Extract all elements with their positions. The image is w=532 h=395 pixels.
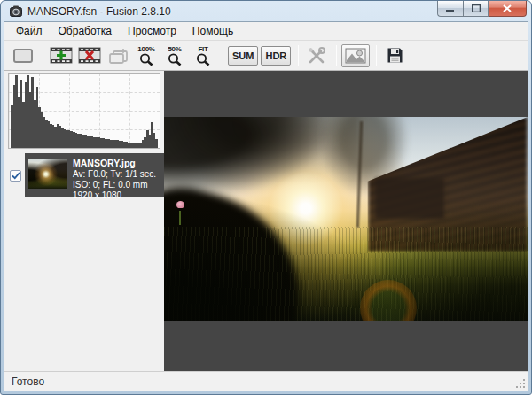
image-exposure: Av: F0.0; Tv: 1/1 sec.	[73, 169, 162, 180]
duplicate-frame-button	[105, 43, 131, 68]
histogram-bars	[11, 75, 158, 148]
zoom-100-label: 100%	[137, 45, 154, 53]
image-iso-fl: ISO: 0; FL: 0.0 mm	[73, 180, 162, 190]
image-thumbnail	[28, 159, 67, 189]
add-image-button[interactable]	[48, 43, 74, 68]
image-list: MANSORY.jpg Av: F0.0; Tv: 1/1 sec. ISO: …	[8, 153, 164, 198]
maximize-icon	[472, 4, 481, 12]
vignette	[164, 117, 528, 321]
blank-frame-button[interactable]	[10, 43, 36, 68]
image-list-item[interactable]: MANSORY.jpg Av: F0.0; Tv: 1/1 sec. ISO: …	[25, 153, 164, 198]
toolbar-separator	[376, 45, 377, 66]
tools-icon-disabled	[307, 47, 326, 65]
close-icon	[503, 4, 512, 12]
maximize-button[interactable]	[463, 1, 489, 17]
save-floppy-icon	[387, 47, 403, 64]
image-filename: MANSORY.jpg	[73, 158, 162, 168]
zoom-50-label: 50%	[168, 45, 181, 53]
magnifier-icon	[168, 53, 183, 66]
image-enabled-checkbox[interactable]	[10, 170, 21, 182]
sum-mode-button[interactable]: SUM	[228, 46, 258, 66]
minimize-button[interactable]	[437, 1, 463, 17]
menu-file[interactable]: Файл	[8, 22, 51, 40]
remove-image-button[interactable]	[76, 43, 103, 68]
camera-app-icon	[9, 4, 23, 19]
minimize-icon	[446, 4, 455, 12]
menu-bar: Файл Обработка Просмотр Помощь	[4, 22, 528, 41]
resize-grip[interactable]	[515, 378, 526, 389]
window-controls	[437, 1, 527, 17]
zoom-50-button[interactable]: 50%	[161, 43, 188, 68]
toolbar-separator	[336, 45, 337, 66]
title-bar[interactable]: MANSORY.fsn - Fusion 2.8.10	[4, 1, 528, 21]
checkmark-icon	[12, 172, 20, 180]
app-window: MANSORY.fsn - Fusion 2.8.10 Файл Обработ…	[0, 0, 532, 395]
blank-frame-icon	[12, 48, 34, 64]
zoom-fit-button[interactable]: FIT	[190, 43, 216, 68]
magnifier-icon	[139, 53, 154, 66]
image-dimensions: 1920 x 1080	[73, 190, 162, 201]
menu-processing[interactable]: Обработка	[51, 22, 121, 40]
left-panel: MANSORY.jpg Av: F0.0; Tv: 1/1 sec. ISO: …	[4, 71, 164, 371]
tools-button	[303, 43, 330, 68]
image-viewer[interactable]	[164, 71, 528, 371]
magnifier-icon	[196, 53, 211, 66]
remove-image-icon	[78, 47, 101, 64]
content-area: MANSORY.jpg Av: F0.0; Tv: 1/1 sec. ISO: …	[4, 71, 528, 371]
close-button[interactable]	[489, 1, 527, 17]
status-text: Готово	[12, 376, 44, 388]
toolbar-separator	[223, 45, 223, 66]
landscape-image-icon	[345, 48, 366, 64]
toolbar-separator	[43, 45, 43, 66]
zoom-fit-label: FIT	[198, 45, 207, 53]
save-button[interactable]	[381, 43, 408, 68]
image-metadata: MANSORY.jpg Av: F0.0; Tv: 1/1 sec. ISO: …	[67, 157, 162, 201]
preview-image-button[interactable]	[341, 44, 370, 67]
menu-help[interactable]: Помощь	[184, 22, 241, 40]
zoom-100-button[interactable]: 100%	[133, 43, 160, 68]
duplicate-frame-icon-disabled	[107, 47, 129, 64]
hdr-mode-button[interactable]: HDR	[261, 46, 291, 66]
menu-view[interactable]: Просмотр	[120, 22, 184, 40]
toolbar-separator	[298, 45, 299, 66]
window-body: Файл Обработка Просмотр Помощь	[4, 21, 528, 391]
photo-preview	[164, 117, 528, 321]
flower-stem	[179, 211, 181, 225]
histogram-panel	[8, 73, 160, 149]
add-image-icon	[50, 47, 73, 64]
toolbar: 100% 50% FIT SUM	[4, 41, 528, 71]
status-bar: Готово	[4, 371, 528, 391]
window-title: MANSORY.fsn - Fusion 2.8.10	[27, 5, 171, 18]
